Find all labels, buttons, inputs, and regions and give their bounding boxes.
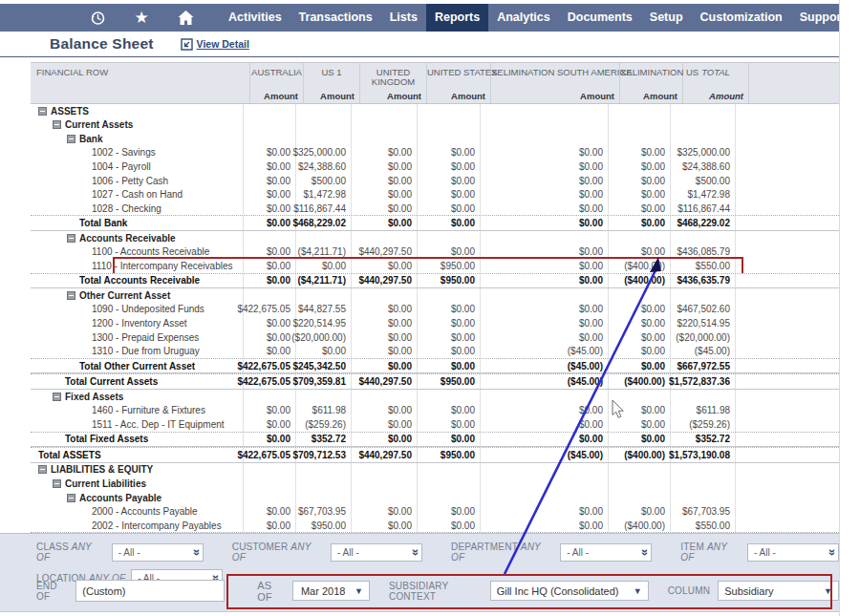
amount-cell: $0.00 [352,146,418,160]
amount-cell: $0.00 [481,274,609,288]
amount-cell: $0.00 [418,216,481,230]
nav-item-reports[interactable]: Reports [426,4,488,32]
amount-cell [671,463,736,478]
table-header-columns: AUSTRALIAAmountUS 1AmountUNITED KINGDOMA… [250,63,749,103]
star-icon[interactable]: ★ [132,9,151,28]
amount-cell: $950.00 [296,519,352,533]
filter-customer-select[interactable]: - All -« [331,543,422,562]
as-of-dropdown[interactable]: Mar 2018 ▼ [292,581,370,601]
collapse-minus-icon[interactable] [67,234,75,243]
chevron-double-down-icon: « [189,548,202,555]
amount-cell [671,231,736,245]
amount-cell: $0.00 [352,330,418,345]
row-label: ASSETS [31,104,244,118]
amount-cell [244,288,296,303]
row-label: Total Fixed Assets [31,433,244,447]
view-detail-link[interactable]: View Detail [181,38,249,51]
nav-item-activities[interactable]: Activities [220,4,290,32]
home-icon[interactable] [176,9,195,28]
amount-cell: $550.00 [671,519,736,533]
amount-cell: $0.00 [481,244,609,259]
nav-item-support[interactable]: Support [791,4,839,32]
table-row-section: Bank [31,132,839,146]
filter-class: CLASS ANY OF- All -« [36,542,204,563]
nav-menu: ActivitiesTransactionsListsReportsAnalyt… [220,4,839,32]
nav-item-transactions[interactable]: Transactions [290,4,381,32]
amount-cell: $0.00 [418,417,481,432]
amount-cell: $24,388.60 [671,159,736,174]
collapse-minus-icon[interactable] [53,393,61,401]
amount-cell: $0.00 [481,433,609,447]
row-label: 2002 - Intercompany Payables [31,519,244,533]
collapse-minus-icon[interactable] [67,291,75,300]
collapse-minus-icon[interactable] [38,107,47,116]
amount-cell: $0.00 [352,174,418,188]
filter-department-select[interactable]: - All -« [560,543,652,562]
nav-item-documents[interactable]: Documents [559,4,641,32]
nav-item-lists[interactable]: Lists [381,4,426,32]
top-navigation-bar: ★ ActivitiesTransactionsListsReportsAnal… [0,4,839,32]
amount-cell [671,132,736,146]
amount-cell: ($400.00) [609,448,671,462]
filter-item-select[interactable]: - All -« [747,543,839,562]
amount-cell: ($45.00) [481,448,609,462]
amount-cell: $0.00 [352,504,418,519]
amount-cell: $0.00 [609,216,671,230]
amount-cell [244,477,296,491]
nav-item-customization[interactable]: Customization [692,4,791,32]
table-row-section: Accounts Payable [31,491,839,505]
amount-cell: $0.00 [352,359,418,373]
row-label: LIABILITIES & EQUITY [31,463,244,478]
table-row-account: 1028 - Checking$0.00$116,867.44$0.00$0.0… [31,202,839,216]
collapse-minus-icon[interactable] [38,465,47,474]
collapse-minus-icon[interactable] [67,494,75,502]
filter-class-select[interactable]: - All -« [112,543,204,562]
amount-cell: $0.00 [609,316,671,330]
amount-cell: $0.00 [352,202,418,216]
amount-cell [296,491,352,505]
nav-item-analytics[interactable]: Analytics [488,4,559,32]
table-row-total: Total Fixed Assets$0.00$352.72$0.00$0.00… [31,432,839,448]
amount-cell: $0.00 [418,303,481,317]
row-label: 1511 - Acc. Dep - IT Equipment [31,417,244,432]
history-icon[interactable] [88,9,107,28]
amount-cell: $0.00 [609,187,671,202]
amount-cell [244,390,296,404]
amount-cell: $0.00 [481,417,609,432]
amount-cell [352,132,418,146]
amount-cell: $422,675.05 [244,303,296,317]
amount-cell: $0.00 [352,403,418,417]
end-of-input[interactable] [75,580,225,602]
amount-cell [296,132,352,146]
table-row-account: 1100 - Accounts Receivable$0.00($4,211.7… [31,244,839,259]
amount-cell [418,463,481,478]
amount-cell [609,118,671,133]
amount-cell: $611.98 [296,403,352,417]
column-header: US 1Amount [304,63,360,103]
collapse-minus-icon[interactable] [67,135,75,143]
amount-cell: $950.00 [418,274,481,288]
amount-cell: $436,635.79 [671,274,736,288]
row-label: 1200 - Inventory Asset [31,316,244,330]
collapse-minus-icon[interactable] [53,479,61,488]
amount-cell [481,390,609,404]
amount-cell: $0.00 [352,417,418,432]
row-label: 1090 - Undeposited Funds [31,303,244,317]
column-header: XELIMINATION SOUTH AMERICAAmount [491,63,620,103]
amount-cell [481,231,609,245]
amount-cell [296,477,352,491]
nav-item-setup[interactable]: Setup [641,4,692,32]
amount-cell: $0.00 [481,202,609,216]
amount-cell: $116,867.44 [671,202,736,216]
column-dropdown[interactable]: Subsidiary ▼ [718,581,839,601]
amount-cell [671,390,736,404]
amount-cell: $0.00 [609,303,671,317]
column-header: XELIMINATION USAmount [620,63,683,103]
collapse-minus-icon[interactable] [53,120,61,129]
amount-cell: $0.00 [418,433,481,447]
subsidiary-context-dropdown[interactable]: Gill Inc HQ (Consolidated) ▼ [490,581,649,601]
amount-cell: $422,675.05 [244,448,296,462]
amount-cell [481,477,609,491]
amount-cell [609,132,671,146]
amount-cell [296,231,352,245]
